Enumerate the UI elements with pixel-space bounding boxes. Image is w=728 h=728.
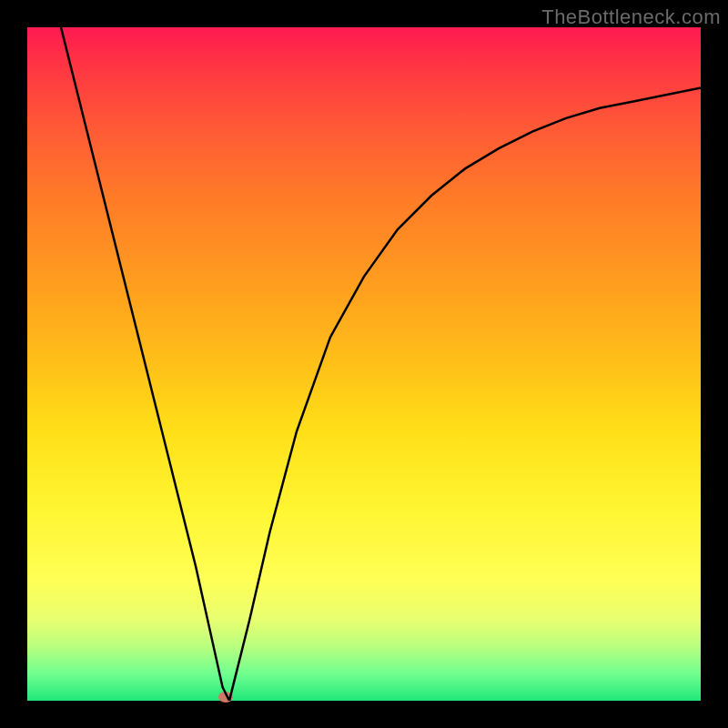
chart-frame: TheBottleneck.com [0, 0, 728, 728]
plot-area [27, 27, 701, 701]
bottleneck-curve [61, 27, 701, 701]
watermark-text: TheBottleneck.com [541, 5, 721, 29]
curve-svg [27, 27, 701, 701]
